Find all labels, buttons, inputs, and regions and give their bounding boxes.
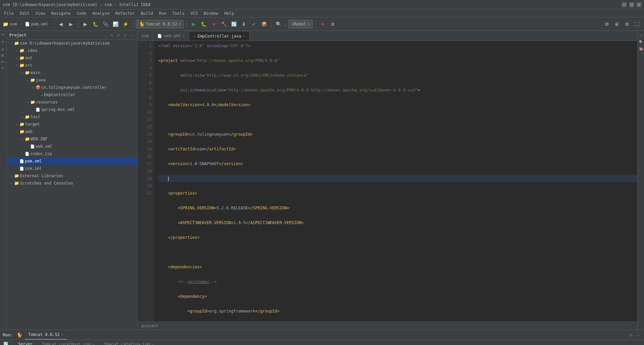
coverage-button[interactable]: 📊 <box>111 20 120 28</box>
toolbar: 📁 ssm › 📄 pom.xml ◀ ▶ ▶ 🐛 📎 📊 ⚡ 🐈 Tomcat… <box>0 17 644 31</box>
commit-button[interactable]: ✓ <box>250 20 258 28</box>
menu-navigate[interactable]: Navigate <box>49 10 73 16</box>
code-content[interactable]: <?xml version="1.0" encoding="UTF-8"?> <… <box>154 41 637 322</box>
vcs-update-button[interactable]: ⬇ <box>239 20 248 28</box>
forward-button[interactable]: ▶ <box>67 20 75 28</box>
tab-close-webxml[interactable]: ✕ <box>183 34 185 38</box>
panel-close-button[interactable]: — <box>129 32 135 38</box>
tree-item-ssm-iml[interactable]: ▸ 📄 ssm.iml <box>7 165 137 172</box>
bottom-tab-tomcat[interactable]: Tomcat 8.0.52 ✕ <box>25 330 67 340</box>
tree-item-web-xml[interactable]: ▸ 📄 web.xml <box>7 143 137 150</box>
minimize-button[interactable]: ─ <box>622 2 627 7</box>
bottom-tab-tomcat-label: Tomcat 8.0.52 <box>28 332 60 337</box>
maximize-button[interactable]: □ <box>629 2 634 7</box>
build-button[interactable]: 🔨 <box>219 20 228 28</box>
editor-tab-webxml[interactable]: 📄 web.xml ✕ <box>153 31 190 41</box>
sync-button[interactable]: 🔄 <box>229 20 238 28</box>
tree-item-target[interactable]: ▸ 📁 target <box>7 121 137 128</box>
code-editor[interactable]: 1 2 3 4 5 6 7 8 9 10 11 12 13 14 15 16 1… <box>138 41 637 322</box>
menu-build[interactable]: Build <box>138 10 156 16</box>
bottom-subtab-catalina-label: Tomcat Catalina Log <box>104 342 150 345</box>
tree-item-web[interactable]: ▾ 📁 web <box>7 128 137 135</box>
editor-tab-empcontroller[interactable]: ☕ EmpController.java ✕ <box>189 31 250 41</box>
expand-main: ▾ <box>20 71 24 75</box>
sidebar-label-favorites[interactable]: ★ <box>0 39 6 46</box>
menu-code[interactable]: Code <box>74 10 89 16</box>
run-tomcat-button[interactable]: ▶ <box>189 20 198 28</box>
tree-item-webinf[interactable]: ▾ 📁 WEB-INF <box>7 135 137 143</box>
stop-button[interactable]: ■ <box>209 20 218 28</box>
menu-refactor[interactable]: Refactor <box>113 10 138 16</box>
tree-item-out[interactable]: ▸ 📁 out <box>7 54 137 62</box>
bottom-subtab-catalina-close[interactable]: ✕ <box>152 342 154 345</box>
bottom-subtab-server[interactable]: Server <box>15 340 36 345</box>
panel-collapse-button[interactable]: ⊟ <box>116 32 121 38</box>
right-icon-3[interactable]: 📚 <box>638 46 644 52</box>
bottom-tab-tomcat-close[interactable]: ✕ <box>62 333 64 336</box>
tree-item-idea[interactable]: ▸ 📁 .idea <box>7 47 137 54</box>
tree-item-test[interactable]: ▸ 📁 test <box>7 113 137 121</box>
tree-label-java: java <box>36 78 46 82</box>
sidebar-label-structure[interactable]: ≡ <box>0 47 6 52</box>
menu-run[interactable]: Run <box>156 10 169 16</box>
close-button[interactable]: ✕ <box>637 2 641 7</box>
tree-item-src[interactable]: ▾ 📁 src <box>7 62 137 69</box>
tree-item-java[interactable]: ▾ 📁 java <box>7 76 137 84</box>
panel-locate-button[interactable]: ⊕ <box>109 32 114 38</box>
bottom-subtab-localhost-close[interactable]: ✕ <box>93 342 95 345</box>
attach-button[interactable]: 📎 <box>101 20 110 28</box>
debug-tomcat-button[interactable]: 🐛 <box>199 20 208 28</box>
tree-item-controller-pkg[interactable]: ▾ 📦 cn.tulingxueyuan.controller <box>7 84 137 91</box>
tree-label-out: out <box>25 56 33 60</box>
right-icon-1[interactable]: ⚙ <box>638 32 644 38</box>
sidebar-label-spring[interactable]: S <box>0 59 6 64</box>
sidebar-label-1[interactable]: 1 <box>0 32 6 37</box>
menu-help[interactable]: Help <box>222 10 237 16</box>
settings-button[interactable]: ⚙ <box>623 20 631 28</box>
profile-button[interactable]: ⚡ <box>121 20 130 28</box>
menu-analyze[interactable]: Analyze <box>90 10 112 16</box>
stop-red-button[interactable]: ■ <box>318 20 327 28</box>
tree-item-index-jsp[interactable]: ▸ 📄 index.jsp <box>7 150 137 157</box>
panel-settings-button[interactable]: ⚙ <box>122 32 128 38</box>
sidebar-label-jrebel[interactable]: J <box>0 66 6 71</box>
panel-actions: ⊕ ⊟ ⚙ — <box>109 32 135 38</box>
tree-item-pom-xml[interactable]: ▸ 📄 pom.xml <box>7 157 137 165</box>
vcs-button[interactable]: 📦 <box>260 20 268 28</box>
desktop-button[interactable]: 🖥 <box>612 20 621 28</box>
line-num-2: 2 <box>138 50 152 57</box>
bottom-subtab-catalina[interactable]: Tomcat Catalina Log ✕ <box>101 340 157 345</box>
tree-item-spring-mvc[interactable]: ▸ 📄 spring-mvc.xml <box>7 106 137 113</box>
menu-view[interactable]: View <box>33 10 48 16</box>
bottom-minimize-button[interactable]: — <box>635 332 641 338</box>
sidebar-label-maven[interactable]: M <box>0 53 6 58</box>
menu-bar: File Edit View Navigate Code Analyze Ref… <box>0 9 644 17</box>
power-button[interactable]: ⚙ <box>602 20 611 28</box>
search-everywhere-button[interactable]: 🔍 <box>274 20 283 28</box>
tree-item-scratches[interactable]: ▸ 📁 Scratches and Consoles <box>7 180 137 187</box>
suspend-button[interactable]: ⏸ <box>328 20 337 28</box>
menu-edit[interactable]: Edit <box>17 10 32 16</box>
bottom-settings-button[interactable]: ⚙ <box>628 332 634 338</box>
tree-item-main[interactable]: ▾ 📁 main <box>7 69 137 76</box>
menu-vcs[interactable]: VCS <box>188 10 201 16</box>
run-config-button[interactable]: ▶ <box>81 20 90 28</box>
menu-file[interactable]: File <box>1 10 16 16</box>
editor-tab-ssm[interactable]: ssm <box>138 31 153 41</box>
right-icon-2[interactable]: 🔍 <box>638 39 644 45</box>
restart-server-button[interactable]: 🔄 <box>2 341 10 345</box>
expand-button[interactable]: ⛶ <box>633 20 641 28</box>
debug-button[interactable]: 🐛 <box>91 20 100 28</box>
tree-item-external-libs[interactable]: ▸ 📁 External Libraries <box>7 172 137 180</box>
back-button[interactable]: ◀ <box>57 20 65 28</box>
tree-label-index-jsp: index.jsp <box>30 151 52 156</box>
jrebel-button[interactable]: JRebel ▾ <box>288 20 312 28</box>
tree-item-ssm-root[interactable]: ▾ 📁 ssm D:\ideaworkspace\java\mybatis\ss… <box>7 40 137 47</box>
tree-item-empcontroller[interactable]: ▸ ☕ EmpController <box>7 91 137 98</box>
tomcat-selector[interactable]: 🐈 Tomcat 8.0.52 ▾ <box>136 20 184 28</box>
menu-tools[interactable]: Tools <box>170 10 187 16</box>
tree-item-resources[interactable]: ▾ 📁 resources <box>7 98 137 106</box>
tab-close-empcontroller[interactable]: ✕ <box>243 34 245 38</box>
menu-window[interactable]: Window <box>201 10 221 16</box>
bottom-subtab-localhost[interactable]: Tomcat Localhost Log ✕ <box>39 340 98 345</box>
